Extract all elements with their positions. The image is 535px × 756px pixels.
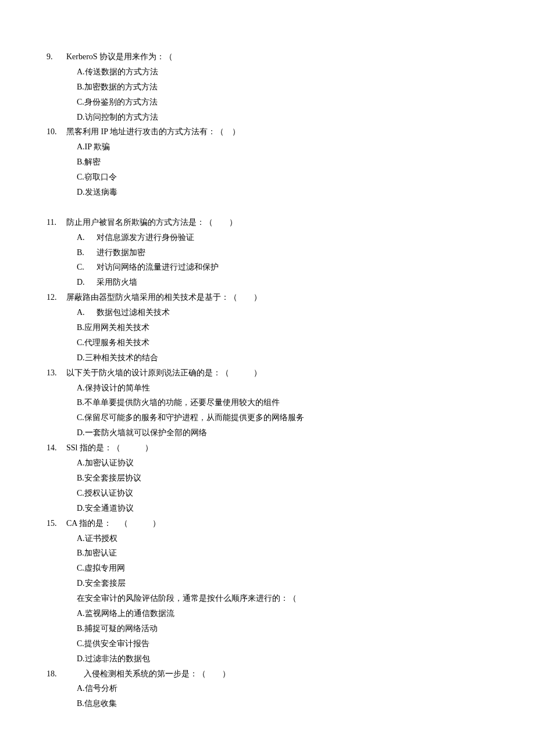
option-a: A.IP 欺骗 — [77, 139, 488, 155]
options: A. 对信息源发方进行身份验证 B. 进行数据加密 C. 对访问网络的流量进行过… — [47, 230, 488, 291]
option-a: A.保持设计的简单性 — [77, 381, 488, 396]
option-b: B. 进行数据加密 — [77, 245, 488, 260]
option-b: B.解密 — [77, 155, 488, 170]
question-stem: 9. KerberoS 协议是用来作为：（ — [47, 49, 488, 65]
question-14: 14. SSl 指的是：（ ） A.加密认证协议 B.安全套接层协议 C.授权认… — [47, 440, 488, 515]
options: A.信号分析 B.信息收集 — [47, 681, 488, 711]
question-number: 9. — [47, 49, 66, 65]
question-text: KerberoS 协议是用来作为：（ — [66, 49, 488, 65]
option-a: A. 数据包过滤相关技术 — [77, 305, 488, 320]
question-text: CA 指的是： （ ） — [66, 516, 488, 531]
option-b: B.安全套接层协议 — [77, 471, 488, 486]
question-10: 10. 黑客利用 IP 地址进行攻击的方式方法有：（ ） A.IP 欺骗 B.解… — [47, 124, 488, 199]
option-c: C.提供安全审计报告 — [77, 636, 488, 651]
question-text: 入侵检测相关系统的第一步是：（ ） — [76, 667, 488, 682]
option-c: C.代理服务相关技术 — [77, 335, 488, 350]
question-13: 13. 以下关于防火墙的设计原则说法正确的是：（ ） A.保持设计的简单性 B.… — [47, 366, 488, 440]
options: A. 数据包过滤相关技术 B.应用网关相关技术 C.代理服务相关技术 D.三种相… — [47, 305, 488, 366]
question-text: 屏蔽路由器型防火墙采用的相关技术是基于：（ ） — [66, 290, 488, 305]
options: A.证书授权 B.加密认证 C.虚拟专用网 D.安全套接层 — [47, 531, 488, 592]
option-b: B.捕捉可疑的网络活动 — [77, 621, 488, 636]
question-12: 12. 屏蔽路由器型防火墙采用的相关技术是基于：（ ） A. 数据包过滤相关技术… — [47, 290, 488, 365]
option-a: A.传送数据的方式方法 — [77, 65, 488, 80]
question-number: 10. — [47, 124, 66, 139]
question-stem: 14. SSl 指的是：（ ） — [47, 440, 488, 456]
question-number: 18. — [47, 667, 76, 682]
option-b: B.加密数据的方式方法 — [77, 80, 488, 95]
option-c: C. 对访问网络的流量进行过滤和保护 — [77, 260, 488, 275]
option-c: C.授权认证协议 — [77, 486, 488, 501]
option-d: D. 采用防火墙 — [77, 275, 488, 290]
option-c: C.身份鉴别的方式方法 — [77, 95, 488, 110]
question-text: SSl 指的是：（ ） — [66, 440, 488, 456]
option-b: B.不单单要提供防火墙的功能，还要尽量使用较大的组件 — [77, 395, 488, 410]
question-stem: 在安全审计的风险评估阶段，通常是按什么顺序来进行的：（ — [47, 591, 488, 606]
option-d: D.安全通道协议 — [77, 501, 488, 516]
option-a: A.证书授权 — [77, 531, 488, 546]
question-stem: 12. 屏蔽路由器型防火墙采用的相关技术是基于：（ ） — [47, 290, 488, 305]
option-c: C.保留尽可能多的服务和守护进程，从而能提供更多的网络服务 — [77, 410, 488, 425]
question-number: 15. — [47, 516, 66, 531]
question-11: 11. 防止用户被冒名所欺骗的方式方法是：（ ） A. 对信息源发方进行身份验证… — [47, 215, 488, 290]
question-number: 13. — [47, 366, 66, 381]
question-stem: 18. 入侵检测相关系统的第一步是：（ ） — [47, 667, 488, 682]
question-text: 以下关于防火墙的设计原则说法正确的是：（ ） — [66, 366, 488, 381]
question-stem: 11. 防止用户被冒名所欺骗的方式方法是：（ ） — [47, 215, 488, 230]
option-d: D.访问控制的方式方法 — [77, 110, 488, 125]
options: A.监视网络上的通信数据流 B.捕捉可疑的网络活动 C.提供安全审计报告 D.过… — [47, 606, 488, 667]
option-b: B.加密认证 — [77, 546, 488, 561]
question-text: 黑客利用 IP 地址进行攻击的方式方法有：（ ） — [66, 124, 488, 139]
question-number: 11. — [47, 215, 66, 230]
question-9: 9. KerberoS 协议是用来作为：（ A.传送数据的方式方法 B.加密数据… — [47, 49, 488, 124]
option-b: B.应用网关相关技术 — [77, 320, 488, 335]
question-text: 防止用户被冒名所欺骗的方式方法是：（ ） — [66, 215, 488, 230]
question-number: 12. — [47, 290, 66, 305]
option-a: A.加密认证协议 — [77, 456, 488, 471]
option-a: A.信号分析 — [77, 681, 488, 696]
question-18: 18. 入侵检测相关系统的第一步是：（ ） A.信号分析 B.信息收集 — [47, 667, 488, 712]
option-a: A. 对信息源发方进行身份验证 — [77, 230, 488, 245]
blank-line — [47, 200, 488, 215]
options: A.IP 欺骗 B.解密 C.窃取口令 D.发送病毒 — [47, 139, 488, 200]
option-d: D.安全套接层 — [77, 576, 488, 591]
question-stem: 13. 以下关于防火墙的设计原则说法正确的是：（ ） — [47, 366, 488, 381]
option-c: C.窃取口令 — [77, 170, 488, 185]
question-unnumbered: 在安全审计的风险评估阶段，通常是按什么顺序来进行的：（ A.监视网络上的通信数据… — [47, 591, 488, 666]
question-number: 14. — [47, 440, 66, 456]
question-stem: 15. CA 指的是： （ ） — [47, 516, 488, 531]
option-a: A.监视网络上的通信数据流 — [77, 606, 488, 621]
option-d: D.发送病毒 — [77, 185, 488, 200]
option-d: D.一套防火墙就可以保护全部的网络 — [77, 425, 488, 440]
option-c: C.虚拟专用网 — [77, 561, 488, 576]
options: A.保持设计的简单性 B.不单单要提供防火墙的功能，还要尽量使用较大的组件 C.… — [47, 381, 488, 441]
option-d: D.过滤非法的数据包 — [77, 651, 488, 667]
option-d: D.三种相关技术的结合 — [77, 350, 488, 366]
options: A.传送数据的方式方法 B.加密数据的方式方法 C.身份鉴别的方式方法 D.访问… — [47, 65, 488, 125]
option-b: B.信息收集 — [77, 696, 488, 711]
options: A.加密认证协议 B.安全套接层协议 C.授权认证协议 D.安全通道协议 — [47, 456, 488, 516]
question-15: 15. CA 指的是： （ ） A.证书授权 B.加密认证 C.虚拟专用网 D.… — [47, 516, 488, 591]
question-stem: 10. 黑客利用 IP 地址进行攻击的方式方法有：（ ） — [47, 124, 488, 139]
